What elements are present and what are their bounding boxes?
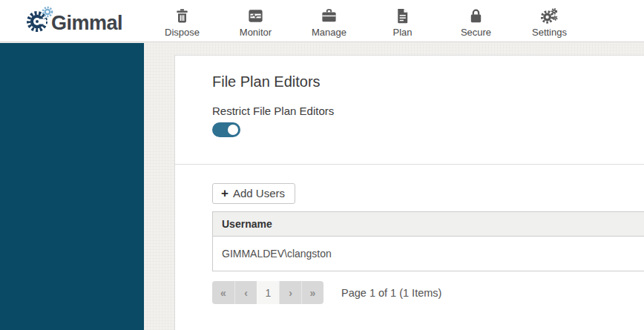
table-row[interactable]: GIMMALDEV\clangston <box>213 237 644 271</box>
restrict-toggle[interactable] <box>212 122 240 137</box>
nav-item-manage[interactable]: Manage <box>292 0 366 42</box>
plus-icon: + <box>221 187 229 199</box>
nav-item-monitor[interactable]: Monitor <box>219 0 292 42</box>
trash-icon <box>174 7 191 24</box>
username-cell: GIMMALDEV\clangston <box>213 237 644 271</box>
top-navigation: Dispose Monitor Manage <box>145 0 586 42</box>
page-next-button[interactable]: › <box>279 281 301 304</box>
add-users-label: Add Users <box>233 187 285 199</box>
nav-item-label: Plan <box>392 27 412 38</box>
sidebar <box>0 43 144 330</box>
page-prev-button[interactable]: ‹ <box>234 281 257 304</box>
pagination: « ‹ 1 › » <box>212 281 323 304</box>
nav-item-label: Monitor <box>240 27 272 38</box>
document-icon <box>394 7 411 24</box>
users-section: + Add Users Username GIMMALDEV\clangston… <box>175 165 644 304</box>
page-first-button[interactable]: « <box>212 281 234 304</box>
nav-item-plan[interactable]: Plan <box>366 0 439 42</box>
users-table: Username GIMMALDEV\clangston <box>212 211 644 271</box>
username-column-header[interactable]: Username <box>213 212 644 237</box>
content-card: File Plan Editors Restrict File Plan Edi… <box>174 55 644 330</box>
page-title: File Plan Editors <box>212 73 644 90</box>
gears-icon <box>541 7 558 24</box>
table-header-row: Username <box>213 212 644 237</box>
nav-item-settings[interactable]: Settings <box>513 0 586 42</box>
pagination-row: « ‹ 1 › » Page 1 of 1 (1 Items) <box>212 281 644 304</box>
top-bar: Gimmal Dispose <box>0 0 644 42</box>
brand-logo[interactable]: Gimmal <box>27 5 122 36</box>
brand-name: Gimmal <box>51 10 122 36</box>
add-users-button[interactable]: + Add Users <box>212 183 295 204</box>
restrict-section: File Plan Editors Restrict File Plan Edi… <box>175 56 644 164</box>
restrict-toggle-label: Restrict File Plan Editors <box>212 105 644 117</box>
nav-item-label: Manage <box>312 27 346 38</box>
monitor-icon <box>247 7 264 24</box>
nav-item-dispose[interactable]: Dispose <box>145 0 219 42</box>
page-last-button[interactable]: » <box>301 281 323 304</box>
page-number-button[interactable]: 1 <box>257 281 279 304</box>
nav-item-label: Secure <box>461 27 491 38</box>
nav-item-secure[interactable]: Secure <box>439 0 513 42</box>
page-info: Page 1 of 1 (1 Items) <box>341 287 441 299</box>
lock-icon <box>467 7 484 24</box>
nav-item-label: Settings <box>532 27 567 38</box>
briefcase-icon <box>321 7 338 24</box>
nav-item-label: Dispose <box>165 27 200 38</box>
toggle-knob <box>228 125 238 135</box>
